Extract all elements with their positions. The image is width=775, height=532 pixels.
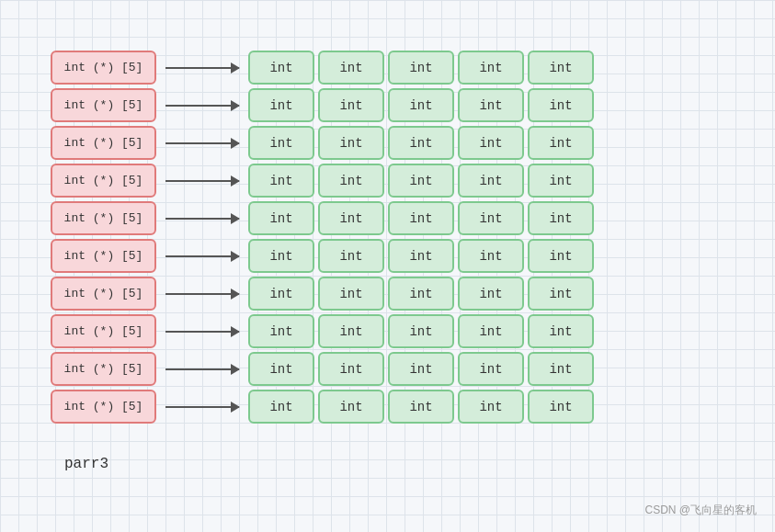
arrow-row (156, 239, 248, 273)
canvas: int (*) [5]int (*) [5]int (*) [5]int (*)… (0, 0, 775, 532)
int-cell: int (458, 352, 524, 386)
arrow-row (156, 126, 248, 160)
int-row: intintintintint (248, 239, 594, 273)
int-cell: int (528, 314, 594, 348)
pointer-cell: int (*) [5] (51, 277, 156, 311)
int-row: intintintintint (248, 390, 594, 424)
arrow-row (156, 88, 248, 122)
int-cell: int (248, 314, 314, 348)
int-cell: int (388, 314, 454, 348)
int-cell: int (388, 277, 454, 311)
int-row: intintintintint (248, 352, 594, 386)
int-cell: int (388, 352, 454, 386)
int-cell: int (248, 390, 314, 424)
pointer-column: int (*) [5]int (*) [5]int (*) [5]int (*)… (51, 51, 156, 424)
int-cell: int (388, 126, 454, 160)
arrow-row (156, 201, 248, 235)
int-row: intintintintint (248, 277, 594, 311)
int-cell: int (528, 126, 594, 160)
int-cell: int (528, 352, 594, 386)
arrow-line (165, 67, 239, 69)
int-cell: int (458, 51, 524, 85)
arrow-line (165, 180, 239, 182)
int-cell: int (528, 239, 594, 273)
arrow-line (165, 293, 239, 295)
int-row: intintintintint (248, 164, 594, 198)
pointer-cell: int (*) [5] (51, 164, 156, 198)
int-cell: int (248, 51, 314, 85)
int-row: intintintintint (248, 51, 594, 85)
int-cell: int (528, 277, 594, 311)
int-cell: int (248, 164, 314, 198)
int-cell: int (528, 201, 594, 235)
int-cell: int (318, 352, 384, 386)
arrow-line (165, 406, 239, 408)
int-cell: int (318, 277, 384, 311)
arrow-row (156, 390, 248, 424)
arrow-row (156, 277, 248, 311)
int-cell: int (458, 390, 524, 424)
int-cell: int (318, 239, 384, 273)
int-cell: int (388, 390, 454, 424)
int-cell: int (528, 164, 594, 198)
int-cell: int (248, 88, 314, 122)
diagram: int (*) [5]int (*) [5]int (*) [5]int (*)… (51, 51, 594, 424)
int-cell: int (248, 201, 314, 235)
int-row: intintintintint (248, 126, 594, 160)
arrow-line (165, 218, 239, 220)
arrow-line (165, 255, 239, 257)
int-cell: int (458, 314, 524, 348)
int-cell: int (318, 88, 384, 122)
int-cell: int (458, 239, 524, 273)
variable-label: parr3 (64, 456, 108, 472)
int-cell: int (248, 277, 314, 311)
int-cell: int (388, 51, 454, 85)
arrow-line (165, 331, 239, 333)
int-cell: int (458, 88, 524, 122)
pointer-cell: int (*) [5] (51, 51, 156, 85)
int-cell: int (318, 164, 384, 198)
int-cell: int (388, 164, 454, 198)
watermark: CSDN @飞向星的客机 (644, 503, 757, 518)
int-cell: int (388, 201, 454, 235)
int-cell: int (318, 314, 384, 348)
int-cell: int (458, 126, 524, 160)
int-cell: int (528, 88, 594, 122)
int-grid: intintintintintintintintintintintintinti… (248, 51, 594, 424)
arrow-row (156, 164, 248, 198)
int-cell: int (458, 201, 524, 235)
arrow-column (156, 51, 248, 424)
pointer-cell: int (*) [5] (51, 352, 156, 386)
pointer-cell: int (*) [5] (51, 239, 156, 273)
pointer-cell: int (*) [5] (51, 314, 156, 348)
arrow-line (165, 105, 239, 107)
int-cell: int (528, 51, 594, 85)
int-cell: int (318, 126, 384, 160)
int-cell: int (248, 352, 314, 386)
arrow-row (156, 51, 248, 85)
int-cell: int (248, 239, 314, 273)
arrow-row (156, 352, 248, 386)
int-cell: int (458, 277, 524, 311)
arrow-row (156, 314, 248, 348)
int-row: intintintintint (248, 88, 594, 122)
int-cell: int (458, 164, 524, 198)
int-row: intintintintint (248, 314, 594, 348)
int-row: intintintintint (248, 201, 594, 235)
int-cell: int (318, 390, 384, 424)
pointer-cell: int (*) [5] (51, 201, 156, 235)
arrow-line (165, 142, 239, 144)
int-cell: int (318, 201, 384, 235)
pointer-cell: int (*) [5] (51, 88, 156, 122)
int-cell: int (528, 390, 594, 424)
arrow-line (165, 368, 239, 370)
int-cell: int (388, 88, 454, 122)
pointer-cell: int (*) [5] (51, 390, 156, 424)
pointer-cell: int (*) [5] (51, 126, 156, 160)
int-cell: int (318, 51, 384, 85)
int-cell: int (248, 126, 314, 160)
int-cell: int (388, 239, 454, 273)
